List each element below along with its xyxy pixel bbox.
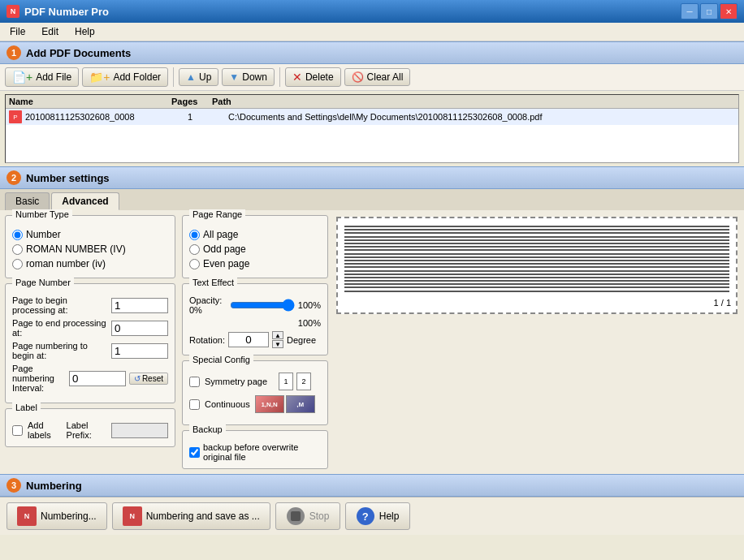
numbering-save-button[interactable]: N Numbering and save as ... [112, 502, 270, 530]
add-labels-row: Add labels Label Prefix: [12, 420, 168, 440]
menu-file[interactable]: File [3, 24, 32, 39]
stop-button[interactable]: Stop [275, 502, 340, 530]
preview-line [344, 256, 729, 258]
menubar: File Edit Help [0, 23, 744, 41]
radio-roman-lower-label: roman number (iv) [26, 258, 106, 269]
numbering-save-label: Numbering and save as ... [146, 510, 260, 522]
reset-button[interactable]: ↺ Reset [129, 373, 168, 385]
symmetry-row: Symmetry page 1 2 [189, 373, 321, 390]
titlebar: N PDF Number Pro ─ □ ✕ [0, 0, 744, 23]
up-button[interactable]: ▲ Up [179, 68, 218, 86]
down-button[interactable]: ▼ Down [222, 68, 275, 86]
backup-title: Backup [189, 424, 226, 434]
number-type-title: Number Type [12, 209, 72, 219]
numbering-begin-label: Page numbering to begin at: [12, 341, 111, 360]
rotation-up-button[interactable]: ▲ [272, 331, 283, 339]
up-icon: ▲ [186, 71, 196, 83]
file-pages: 1 [188, 112, 228, 122]
close-button[interactable]: ✕ [720, 3, 738, 19]
interval-input[interactable] [69, 371, 126, 386]
radio-all-page-input[interactable] [189, 230, 200, 240]
cont-icon-2: ,M [286, 395, 315, 413]
radio-even-page-label: Even page [203, 258, 249, 269]
section2-num: 2 [6, 170, 21, 185]
page-thumb-1: 1 [279, 373, 293, 390]
opacity-slider[interactable] [230, 299, 295, 312]
titlebar-left: N PDF Number Pro [6, 5, 109, 18]
end-processing-input[interactable] [111, 321, 168, 336]
end-processing-row: Page to end processing at: [12, 318, 168, 338]
clear-all-label: Clear All [367, 71, 404, 83]
opacity-value: 100% [298, 318, 321, 328]
add-labels-checkbox[interactable] [12, 425, 23, 436]
preview-line [344, 249, 729, 251]
help-icon-container: ? [356, 506, 375, 526]
prefix-label: Label Prefix: [67, 420, 106, 440]
radio-even-page-input[interactable] [189, 259, 200, 269]
down-label: Down [242, 71, 267, 83]
backup-checkbox[interactable] [189, 447, 200, 458]
add-file-button[interactable]: 📄+ Add File [5, 67, 79, 87]
add-folder-button[interactable]: 📁+ Add Folder [82, 67, 168, 87]
delete-button[interactable]: ✕ Delete [285, 67, 341, 87]
titlebar-buttons: ─ □ ✕ [681, 3, 738, 19]
backup-label: backup before overwrite original file [203, 442, 321, 462]
radio-number-input[interactable] [12, 230, 23, 240]
prefix-input[interactable] [111, 423, 168, 438]
maximize-button[interactable]: □ [700, 3, 718, 19]
continuous-row: Continuous 1,N,N ,M [189, 395, 321, 413]
text-effect-title: Text Effect [189, 278, 237, 287]
numbering-begin-input[interactable] [111, 343, 168, 359]
help-button[interactable]: ? Help [345, 502, 410, 530]
opacity-max: 100% [298, 300, 321, 310]
section1-num: 1 [6, 45, 21, 60]
middle-column: Page Range All page Odd page Even page T… [182, 215, 328, 469]
preview-line [344, 291, 729, 292]
numbering-button[interactable]: N Numbering... [6, 502, 107, 530]
table-row[interactable]: P 20100811125302608_0008 1 C:\Documents … [6, 109, 738, 125]
section1-title: Add PDF Documents [26, 47, 131, 59]
interval-row: Page numbering Interval: ↺ Reset [12, 364, 168, 393]
main: 1 Add PDF Documents 📄+ Add File 📁+ Add F… [0, 41, 744, 560]
numbering-label: Numbering... [41, 510, 97, 522]
toolbar-sep1 [173, 67, 174, 87]
radio-odd-page-label: Odd page [203, 243, 246, 255]
page-number-box: Page Number Page to begin processing at:… [5, 283, 175, 403]
left-column: Number Type Number ROMAN NUMBER (IV) rom… [5, 215, 175, 469]
radio-roman-lower-input[interactable] [12, 259, 23, 269]
interval-label: Page numbering Interval: [12, 364, 69, 393]
radio-odd-page-input[interactable] [189, 244, 200, 255]
preview-line [344, 226, 729, 227]
numbering-section-header: 3 Numbering [0, 474, 744, 497]
clear-all-button[interactable]: 🚫 Clear All [344, 68, 411, 86]
backup-box: Backup backup before overwrite original … [182, 430, 328, 469]
preview-line [344, 286, 729, 288]
begin-processing-input[interactable] [111, 298, 168, 313]
number-settings-section-header: 2 Number settings [0, 166, 744, 189]
special-config-title: Special Config [189, 355, 253, 364]
minimize-button[interactable]: ─ [681, 3, 699, 19]
menu-help[interactable]: Help [68, 24, 102, 39]
radio-roman-upper-input[interactable] [12, 244, 23, 255]
stop-icon [287, 507, 305, 525]
col-header-pages: Pages [171, 97, 212, 106]
tab-basic[interactable]: Basic [5, 192, 50, 210]
stop-icon-container [286, 506, 305, 526]
preview-page-indicator: 1 / 1 [341, 296, 733, 309]
continuous-label: Continuous [205, 399, 250, 409]
radio-number-label: Number [26, 229, 61, 240]
rotation-down-button[interactable]: ▼ [272, 340, 283, 348]
rotation-input[interactable] [228, 332, 269, 347]
symmetry-checkbox[interactable] [189, 377, 200, 387]
radio-roman-upper: ROMAN NUMBER (IV) [12, 242, 168, 256]
numbering-toolbar: N Numbering... N Numbering and save as .… [0, 497, 744, 535]
tab-advanced[interactable]: Advanced [51, 192, 119, 210]
preview-line [344, 260, 729, 261]
symmetry-label: Symmetry page [205, 377, 267, 386]
menu-edit[interactable]: Edit [35, 24, 65, 39]
preview-line [344, 270, 729, 272]
stop-label: Stop [309, 510, 330, 522]
radio-all-page-label: All page [203, 229, 238, 240]
continuous-checkbox[interactable] [189, 399, 200, 410]
add-file-label: Add File [36, 71, 71, 83]
